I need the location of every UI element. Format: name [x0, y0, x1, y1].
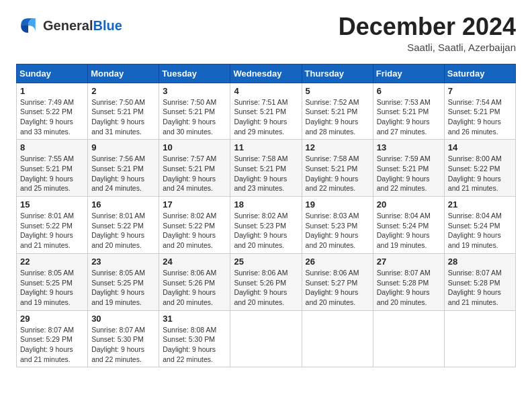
day-number: 20	[377, 199, 441, 210]
calendar-cell: 22Sunrise: 8:05 AMSunset: 5:25 PMDayligh…	[17, 253, 88, 310]
calendar-cell: 2Sunrise: 7:50 AMSunset: 5:21 PMDaylight…	[88, 83, 159, 140]
calendar-cell: 31Sunrise: 8:08 AMSunset: 5:30 PMDayligh…	[159, 310, 230, 367]
calendar-cell: 4Sunrise: 7:51 AMSunset: 5:21 PMDaylight…	[230, 83, 302, 140]
day-info: Sunrise: 7:52 AMSunset: 5:21 PMDaylight:…	[306, 97, 369, 137]
calendar-cell: 10Sunrise: 7:57 AMSunset: 5:21 PMDayligh…	[159, 140, 230, 197]
month-title: December 2024	[339, 13, 516, 40]
day-number: 24	[163, 257, 226, 267]
day-number: 22	[20, 257, 84, 267]
calendar-cell: 3Sunrise: 7:50 AMSunset: 5:21 PMDaylight…	[159, 83, 230, 140]
day-info: Sunrise: 8:04 AMSunset: 5:24 PMDaylight:…	[448, 211, 512, 250]
calendar-cell: 16Sunrise: 8:01 AMSunset: 5:22 PMDayligh…	[88, 197, 159, 254]
day-number: 10	[163, 142, 226, 152]
day-number: 21	[448, 199, 512, 210]
day-info: Sunrise: 7:54 AMSunset: 5:21 PMDaylight:…	[448, 97, 512, 137]
day-number: 29	[20, 314, 84, 324]
day-info: Sunrise: 8:02 AMSunset: 5:23 PMDaylight:…	[234, 211, 298, 250]
day-number: 17	[163, 199, 226, 210]
day-number: 9	[91, 142, 155, 152]
weekday-header: Sunday	[17, 64, 88, 83]
day-number: 16	[91, 199, 155, 210]
logo-icon	[16, 13, 40, 38]
header: GeneralBlue December 2024 Saatli, Saatli…	[16, 13, 516, 53]
calendar-cell: 29Sunrise: 8:07 AMSunset: 5:29 PMDayligh…	[17, 310, 88, 367]
day-info: Sunrise: 8:00 AMSunset: 5:22 PMDaylight:…	[448, 154, 512, 193]
day-info: Sunrise: 8:07 AMSunset: 5:30 PMDaylight:…	[91, 325, 155, 365]
calendar-cell: 17Sunrise: 8:02 AMSunset: 5:22 PMDayligh…	[159, 197, 230, 254]
day-info: Sunrise: 7:50 AMSunset: 5:21 PMDaylight:…	[163, 97, 226, 137]
day-number: 4	[234, 86, 298, 96]
calendar-cell: 23Sunrise: 8:05 AMSunset: 5:25 PMDayligh…	[88, 253, 159, 310]
logo-text: GeneralBlue	[43, 17, 122, 34]
calendar-cell: 21Sunrise: 8:04 AMSunset: 5:24 PMDayligh…	[444, 197, 515, 254]
logo: GeneralBlue	[16, 13, 122, 38]
weekday-header: Monday	[88, 64, 159, 83]
calendar-cell: 15Sunrise: 8:01 AMSunset: 5:22 PMDayligh…	[17, 197, 88, 254]
day-number: 26	[306, 257, 369, 267]
weekday-header: Tuesday	[159, 64, 230, 83]
calendar-week-row: 22Sunrise: 8:05 AMSunset: 5:25 PMDayligh…	[17, 253, 516, 310]
day-number: 1	[20, 86, 84, 96]
calendar-week-row: 15Sunrise: 8:01 AMSunset: 5:22 PMDayligh…	[17, 197, 516, 254]
weekday-header: Thursday	[302, 64, 373, 83]
day-number: 8	[20, 142, 84, 152]
day-number: 7	[448, 86, 512, 96]
calendar-cell: 5Sunrise: 7:52 AMSunset: 5:21 PMDaylight…	[302, 83, 373, 140]
logo-blue: Blue	[93, 18, 122, 33]
calendar-week-row: 1Sunrise: 7:49 AMSunset: 5:22 PMDaylight…	[17, 83, 516, 140]
day-number: 19	[306, 199, 369, 210]
day-info: Sunrise: 7:56 AMSunset: 5:21 PMDaylight:…	[91, 154, 155, 193]
day-info: Sunrise: 8:06 AMSunset: 5:26 PMDaylight:…	[234, 268, 298, 308]
day-info: Sunrise: 7:59 AMSunset: 5:21 PMDaylight:…	[377, 154, 441, 193]
day-info: Sunrise: 8:07 AMSunset: 5:28 PMDaylight:…	[377, 268, 441, 308]
calendar-cell: 1Sunrise: 7:49 AMSunset: 5:22 PMDaylight…	[17, 83, 88, 140]
logo-general: General	[43, 18, 93, 33]
calendar-cell: 14Sunrise: 8:00 AMSunset: 5:22 PMDayligh…	[444, 140, 515, 197]
day-number: 12	[306, 142, 369, 152]
calendar-cell: 30Sunrise: 8:07 AMSunset: 5:30 PMDayligh…	[88, 310, 159, 367]
day-info: Sunrise: 8:02 AMSunset: 5:22 PMDaylight:…	[163, 211, 226, 250]
day-info: Sunrise: 7:51 AMSunset: 5:21 PMDaylight:…	[234, 97, 298, 137]
calendar-week-row: 29Sunrise: 8:07 AMSunset: 5:29 PMDayligh…	[17, 310, 516, 367]
day-info: Sunrise: 8:01 AMSunset: 5:22 PMDaylight:…	[20, 211, 84, 250]
day-info: Sunrise: 8:01 AMSunset: 5:22 PMDaylight:…	[91, 211, 155, 250]
calendar-cell: 27Sunrise: 8:07 AMSunset: 5:28 PMDayligh…	[373, 253, 444, 310]
day-number: 13	[377, 142, 441, 152]
calendar-cell: 25Sunrise: 8:06 AMSunset: 5:26 PMDayligh…	[230, 253, 302, 310]
day-info: Sunrise: 7:49 AMSunset: 5:22 PMDaylight:…	[20, 97, 84, 137]
day-number: 25	[234, 257, 298, 267]
location: Saatli, Saatli, Azerbaijan	[339, 42, 516, 53]
calendar-cell: 12Sunrise: 7:58 AMSunset: 5:21 PMDayligh…	[302, 140, 373, 197]
title-area: December 2024 Saatli, Saatli, Azerbaijan	[339, 13, 516, 53]
day-info: Sunrise: 8:06 AMSunset: 5:26 PMDaylight:…	[163, 268, 226, 308]
calendar-cell: 7Sunrise: 7:54 AMSunset: 5:21 PMDaylight…	[444, 83, 515, 140]
day-number: 15	[20, 199, 84, 210]
calendar-cell	[230, 310, 302, 367]
day-number: 2	[91, 86, 155, 96]
day-info: Sunrise: 8:04 AMSunset: 5:24 PMDaylight:…	[377, 211, 441, 250]
calendar-cell: 11Sunrise: 7:58 AMSunset: 5:21 PMDayligh…	[230, 140, 302, 197]
calendar-cell: 6Sunrise: 7:53 AMSunset: 5:21 PMDaylight…	[373, 83, 444, 140]
calendar-cell: 24Sunrise: 8:06 AMSunset: 5:26 PMDayligh…	[159, 253, 230, 310]
day-info: Sunrise: 8:07 AMSunset: 5:29 PMDaylight:…	[20, 325, 84, 365]
calendar: SundayMondayTuesdayWednesdayThursdayFrid…	[16, 64, 516, 368]
calendar-week-row: 8Sunrise: 7:55 AMSunset: 5:21 PMDaylight…	[17, 140, 516, 197]
day-number: 6	[377, 86, 441, 96]
day-info: Sunrise: 8:08 AMSunset: 5:30 PMDaylight:…	[163, 325, 226, 365]
day-number: 3	[163, 86, 226, 96]
weekday-header: Friday	[373, 64, 444, 83]
day-info: Sunrise: 8:05 AMSunset: 5:25 PMDaylight:…	[91, 268, 155, 308]
calendar-cell	[373, 310, 444, 367]
day-info: Sunrise: 8:06 AMSunset: 5:27 PMDaylight:…	[306, 268, 369, 308]
calendar-cell: 18Sunrise: 8:02 AMSunset: 5:23 PMDayligh…	[230, 197, 302, 254]
calendar-cell: 28Sunrise: 8:07 AMSunset: 5:28 PMDayligh…	[444, 253, 515, 310]
calendar-cell: 19Sunrise: 8:03 AMSunset: 5:23 PMDayligh…	[302, 197, 373, 254]
calendar-cell: 20Sunrise: 8:04 AMSunset: 5:24 PMDayligh…	[373, 197, 444, 254]
day-info: Sunrise: 7:55 AMSunset: 5:21 PMDaylight:…	[20, 154, 84, 193]
weekday-header: Wednesday	[230, 64, 302, 83]
day-info: Sunrise: 7:58 AMSunset: 5:21 PMDaylight:…	[306, 154, 369, 193]
day-number: 5	[306, 86, 369, 96]
day-info: Sunrise: 7:57 AMSunset: 5:21 PMDaylight:…	[163, 154, 226, 193]
day-number: 28	[448, 257, 512, 267]
day-info: Sunrise: 8:03 AMSunset: 5:23 PMDaylight:…	[306, 211, 369, 250]
